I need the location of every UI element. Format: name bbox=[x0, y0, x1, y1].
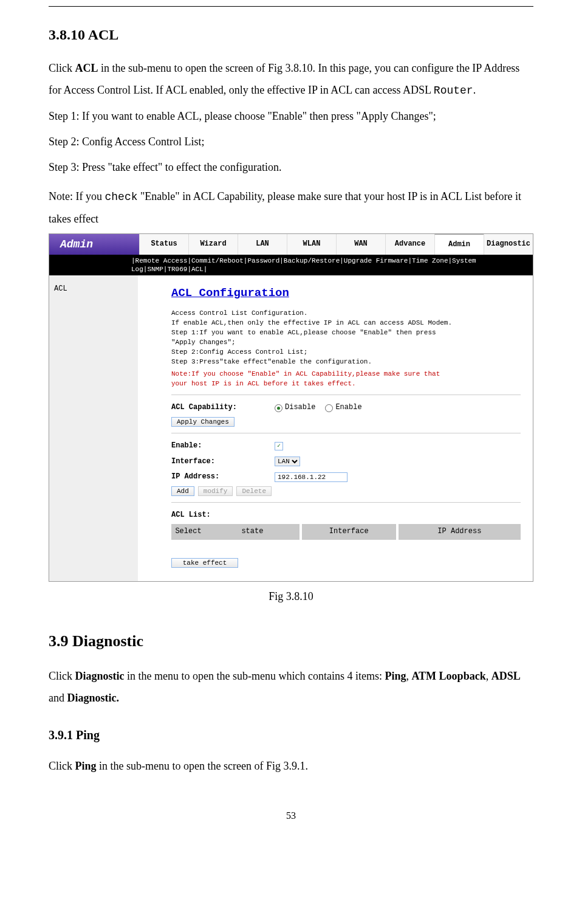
interface-select[interactable]: LAN bbox=[275, 457, 300, 466]
top-nav: Status Wizard LAN WLAN WAN Advance Admin… bbox=[139, 234, 533, 255]
th-interface: Interface bbox=[302, 524, 396, 540]
content-panel: ACL Configuration Access Control List Co… bbox=[138, 275, 533, 581]
top-rule bbox=[49, 6, 533, 7]
text-mono: Router bbox=[434, 84, 473, 97]
brand-label: Admin bbox=[49, 234, 139, 255]
radio-enable[interactable]: Enable bbox=[325, 401, 361, 415]
separator bbox=[171, 502, 521, 503]
text-bold: ATM Loopback bbox=[411, 670, 485, 682]
text-bold: ACL bbox=[75, 62, 98, 74]
step-2: Step 2: Config Access Control List; bbox=[49, 131, 533, 153]
text: Click bbox=[49, 62, 75, 74]
panel-description: Access Control List Configuration. If en… bbox=[171, 308, 521, 367]
panel-title: ACL Configuration bbox=[171, 283, 521, 303]
nav-wlan[interactable]: WLAN bbox=[287, 234, 336, 255]
radio-icon bbox=[275, 404, 282, 412]
text: Note: If you bbox=[49, 190, 104, 202]
separator bbox=[171, 395, 521, 395]
topbar: Admin Status Wizard LAN WLAN WAN Advance… bbox=[49, 234, 533, 255]
text: in the sub-menu to open the screen of Fi… bbox=[97, 760, 308, 772]
radio-disable[interactable]: Disable bbox=[275, 401, 315, 415]
step-3: Step 3: Press "take effect" to effect th… bbox=[49, 156, 533, 178]
heading-ping: 3.9.1 Ping bbox=[49, 724, 533, 746]
label-acl-list: ACL List: bbox=[171, 509, 275, 522]
heading-acl: 3.8.10 ACL bbox=[49, 22, 533, 48]
ip-address-input[interactable] bbox=[275, 472, 347, 482]
text-bold: ADSL bbox=[491, 670, 521, 682]
separator bbox=[171, 433, 521, 433]
th-state: state bbox=[205, 524, 300, 540]
nav-wizard[interactable]: Wizard bbox=[188, 234, 238, 255]
paragraph-intro: Click ACL in the sub-menu to open the sc… bbox=[49, 57, 533, 102]
page-number: 53 bbox=[49, 807, 533, 825]
add-button[interactable]: Add bbox=[171, 486, 194, 496]
text-bold: Diagnostic. bbox=[67, 692, 120, 704]
nav-wan[interactable]: WAN bbox=[336, 234, 385, 255]
modify-button[interactable]: modify bbox=[198, 486, 233, 496]
text: . bbox=[473, 84, 476, 96]
text: in the menu to open the sub-menu which c… bbox=[125, 670, 385, 682]
label-ip-address: IP Address: bbox=[171, 471, 275, 484]
paragraph-ping: Click Ping in the sub-menu to open the s… bbox=[49, 755, 533, 777]
th-select: Select bbox=[171, 524, 205, 540]
sidebar-item-acl[interactable]: ACL bbox=[54, 283, 133, 296]
step-1: Step 1: If you want to enable ACL, pleas… bbox=[49, 105, 533, 127]
sidebar: ACL bbox=[49, 275, 138, 581]
text: and bbox=[49, 692, 67, 704]
nav-lan[interactable]: LAN bbox=[238, 234, 287, 255]
screenshot-acl-config: Admin Status Wizard LAN WLAN WAN Advance… bbox=[49, 233, 533, 581]
paragraph-note: Note: If you check "Enable" in ACL Capab… bbox=[49, 185, 533, 230]
enable-checkbox[interactable] bbox=[275, 442, 283, 450]
panel-warning: Note:If you choose "Enable" in ACL Capab… bbox=[171, 369, 521, 388]
delete-button[interactable]: Delete bbox=[236, 486, 272, 496]
text-mono: check bbox=[104, 191, 137, 203]
text: Click bbox=[49, 670, 75, 682]
figure-caption: Fig 3.8.10 bbox=[49, 587, 533, 606]
radio-icon bbox=[325, 404, 333, 412]
nav-status[interactable]: Status bbox=[139, 234, 188, 255]
sub-nav-bar[interactable]: |Remote Access|Commit/Reboot|Password|Ba… bbox=[49, 255, 533, 275]
text-bold: Diagnostic bbox=[75, 670, 125, 682]
paragraph-diagnostic: Click Diagnostic in the menu to open the… bbox=[49, 665, 533, 709]
radio-label: Disable bbox=[285, 401, 315, 415]
text-bold: Ping bbox=[75, 760, 97, 772]
nav-advance[interactable]: Advance bbox=[385, 234, 434, 255]
text: , bbox=[486, 670, 491, 682]
nav-admin[interactable]: Admin bbox=[434, 234, 484, 255]
heading-diagnostic: 3.9 Diagnostic bbox=[49, 627, 533, 656]
label-enable: Enable: bbox=[171, 440, 275, 453]
text: Click bbox=[49, 760, 75, 772]
text-bold: Ping bbox=[385, 670, 406, 682]
nav-diagnostic[interactable]: Diagnostic bbox=[484, 234, 533, 255]
label-interface: Interface: bbox=[171, 455, 275, 469]
radio-label: Enable bbox=[335, 401, 361, 415]
take-effect-button[interactable]: take effect bbox=[171, 558, 238, 568]
label-acl-capability: ACL Capability: bbox=[171, 401, 275, 415]
acl-table-header: Select state Interface IP Address bbox=[171, 524, 521, 540]
th-ip: IP Address bbox=[399, 524, 521, 540]
apply-changes-button[interactable]: Apply Changes bbox=[171, 417, 235, 427]
